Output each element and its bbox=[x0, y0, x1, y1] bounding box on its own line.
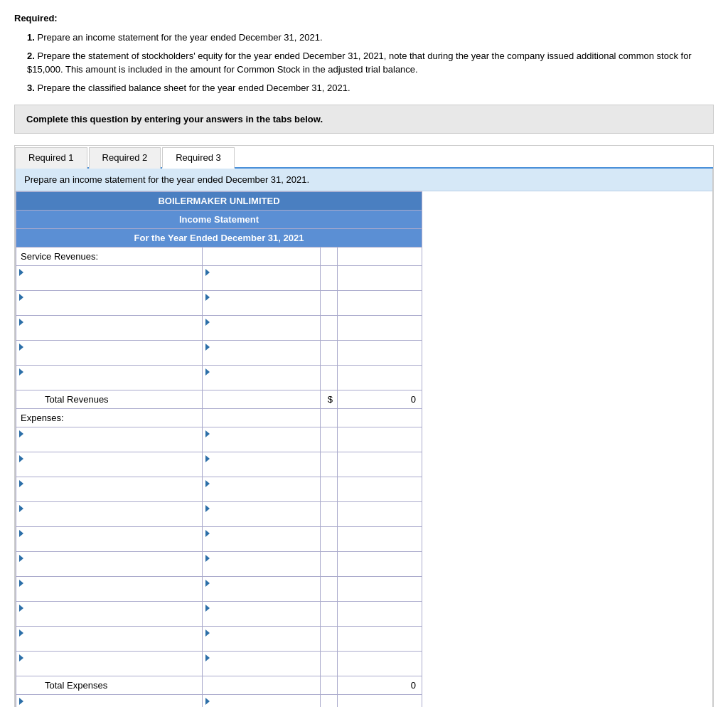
expense-input-mid-4[interactable] bbox=[205, 514, 317, 525]
arrow-icon bbox=[205, 698, 210, 705]
table-row[interactable] bbox=[16, 291, 422, 316]
expense-input-desc-5[interactable] bbox=[19, 539, 199, 550]
revenue-input-mid-3[interactable] bbox=[205, 328, 317, 339]
table-row[interactable] bbox=[16, 341, 422, 366]
expense-input-mid-3[interactable] bbox=[205, 489, 317, 500]
expense-input-mid-2[interactable] bbox=[205, 464, 317, 475]
section-revenues-row: Service Revenues: bbox=[16, 248, 422, 266]
arrow-icon bbox=[19, 319, 23, 326]
table-row[interactable] bbox=[16, 552, 422, 577]
expense-input-mid-8[interactable] bbox=[205, 614, 317, 624]
revenue-input-val-5[interactable] bbox=[341, 373, 419, 383]
total-revenues-value: 0 bbox=[338, 390, 422, 409]
table-row[interactable] bbox=[16, 366, 422, 390]
expense-input-val-10[interactable] bbox=[341, 659, 419, 669]
arrow-icon bbox=[205, 580, 210, 587]
table-title-row-1: BOILERMAKER UNLIMITED bbox=[16, 192, 422, 211]
expense-input-mid-9[interactable] bbox=[205, 639, 317, 649]
arrow-icon bbox=[19, 294, 23, 301]
arrow-icon bbox=[205, 430, 210, 437]
arrow-icon bbox=[19, 555, 23, 562]
expense-input-desc-8[interactable] bbox=[19, 614, 199, 624]
arrow-icon bbox=[19, 698, 23, 705]
arrow-icon bbox=[19, 455, 23, 462]
revenue-input-desc-4[interactable] bbox=[19, 353, 199, 363]
arrow-icon bbox=[19, 368, 23, 376]
expense-input-val-1[interactable] bbox=[341, 435, 419, 445]
total-expenses-label: Total Expenses bbox=[16, 676, 203, 695]
table-row[interactable] bbox=[16, 427, 422, 452]
arrow-icon bbox=[205, 555, 210, 562]
expense-input-val-4[interactable] bbox=[341, 509, 419, 520]
expense-input-val-8[interactable] bbox=[341, 609, 419, 620]
expense-input-mid-7[interactable] bbox=[205, 589, 317, 600]
expense-input-desc-4[interactable] bbox=[19, 514, 199, 525]
expense-input-val-5[interactable] bbox=[341, 534, 419, 545]
expense-input-desc-7[interactable] bbox=[19, 589, 199, 600]
revenue-input-desc-1[interactable] bbox=[19, 278, 199, 289]
expense-input-desc-1[interactable] bbox=[19, 440, 199, 450]
table-row[interactable] bbox=[16, 695, 422, 708]
table-row[interactable] bbox=[16, 502, 422, 527]
expense-input-mid-10[interactable] bbox=[205, 664, 317, 674]
arrow-icon bbox=[205, 294, 210, 301]
expense-input-desc-6[interactable] bbox=[19, 564, 199, 575]
arrow-icon bbox=[19, 654, 23, 661]
expense-input-desc-9[interactable] bbox=[19, 639, 199, 649]
total-expenses-row: Total Expenses 0 bbox=[16, 676, 422, 695]
tab-required-1[interactable]: Required 1 bbox=[15, 147, 87, 169]
revenue-input-desc-5[interactable] bbox=[19, 378, 199, 388]
section-expenses-row: Expenses: bbox=[16, 409, 422, 427]
expense-input-desc-3[interactable] bbox=[19, 489, 199, 500]
expense-input-mid-1[interactable] bbox=[205, 440, 317, 450]
table-row[interactable] bbox=[16, 452, 422, 477]
revenue-input-mid-2[interactable] bbox=[205, 303, 317, 314]
arrow-icon bbox=[205, 344, 210, 351]
expense-input-mid-6[interactable] bbox=[205, 564, 317, 575]
revenue-input-desc-3[interactable] bbox=[19, 328, 199, 339]
revenue-input-mid-4[interactable] bbox=[205, 353, 317, 363]
table-title-row-2: Income Statement bbox=[16, 211, 422, 229]
expense-input-desc-10[interactable] bbox=[19, 664, 199, 674]
revenue-input-desc-2[interactable] bbox=[19, 303, 199, 314]
table-row[interactable] bbox=[16, 652, 422, 676]
table-title-3: For the Year Ended December 31, 2021 bbox=[16, 229, 422, 248]
expense-input-val-2[interactable] bbox=[341, 459, 419, 470]
table-row[interactable] bbox=[16, 527, 422, 552]
tab-required-3[interactable]: Required 3 bbox=[162, 147, 235, 169]
tab-required-2[interactable]: Required 2 bbox=[89, 147, 161, 169]
expense-input-desc-2[interactable] bbox=[19, 464, 199, 475]
total-expenses-value: 0 bbox=[338, 676, 422, 695]
table-row[interactable] bbox=[16, 577, 422, 602]
table-row[interactable] bbox=[16, 316, 422, 341]
revenue-input-val-3[interactable] bbox=[341, 323, 419, 334]
expense-input-val-7[interactable] bbox=[341, 584, 419, 595]
tabs-row: Required 1 Required 2 Required 3 bbox=[15, 146, 713, 169]
expense-input-val-6[interactable] bbox=[341, 559, 419, 570]
table-row[interactable] bbox=[16, 602, 422, 627]
revenue-input-val-2[interactable] bbox=[341, 298, 419, 309]
arrow-icon bbox=[205, 654, 210, 661]
table-row[interactable] bbox=[16, 477, 422, 502]
revenue-input-mid-1[interactable] bbox=[205, 278, 317, 289]
arrow-icon bbox=[205, 269, 210, 276]
arrow-icon bbox=[205, 605, 210, 612]
required-header: Required: bbox=[14, 13, 714, 23]
arrow-icon bbox=[19, 505, 23, 512]
revenue-input-mid-5[interactable] bbox=[205, 378, 317, 388]
tab-content: Prepare an income statement for the year… bbox=[15, 169, 713, 707]
net-income-val[interactable] bbox=[341, 702, 419, 708]
arrow-icon bbox=[205, 505, 210, 512]
expense-input-mid-5[interactable] bbox=[205, 539, 317, 550]
table-title-2: Income Statement bbox=[16, 211, 422, 229]
arrow-icon bbox=[19, 430, 23, 437]
expense-input-val-3[interactable] bbox=[341, 484, 419, 495]
revenue-input-val-1[interactable] bbox=[341, 273, 419, 284]
arrow-icon bbox=[19, 480, 23, 487]
table-row[interactable] bbox=[16, 266, 422, 291]
arrow-icon bbox=[19, 629, 23, 637]
table-row[interactable] bbox=[16, 627, 422, 652]
expense-input-val-9[interactable] bbox=[341, 634, 419, 644]
revenue-desc-1[interactable] bbox=[16, 266, 203, 291]
revenue-input-val-4[interactable] bbox=[341, 348, 419, 358]
